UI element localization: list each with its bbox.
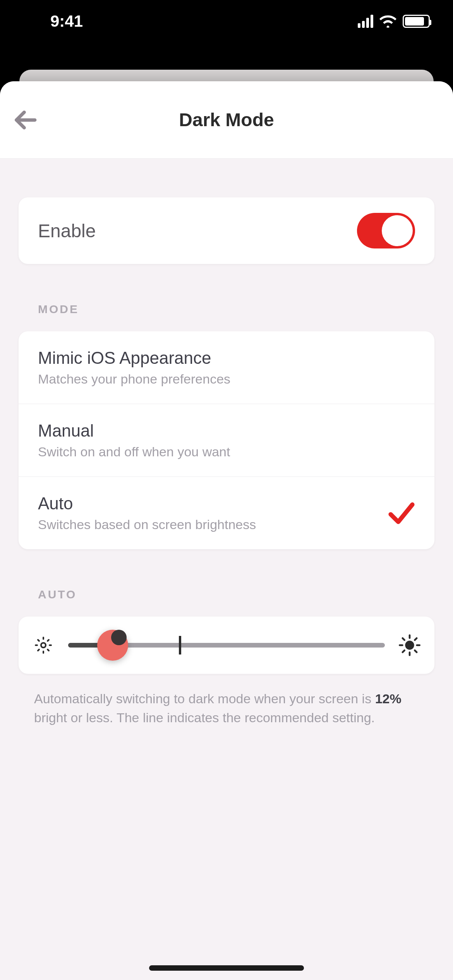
auto-help-text: Automatically switching to dark mode whe… — [34, 689, 419, 728]
svg-line-6 — [38, 640, 39, 641]
mode-subtitle: Switch on and off when you want — [38, 444, 230, 459]
svg-line-16 — [415, 650, 417, 652]
help-suffix: bright or less. The line indicates the r… — [34, 710, 375, 725]
status-bar: 9:41 — [0, 0, 453, 46]
svg-line-15 — [403, 638, 405, 640]
status-time: 9:41 — [23, 12, 83, 31]
enable-toggle[interactable] — [357, 213, 415, 248]
slider-tick — [179, 636, 181, 654]
mode-option-manual[interactable]: Manual Switch on and off when you want — [19, 404, 434, 476]
svg-line-8 — [38, 649, 39, 651]
svg-point-10 — [406, 642, 414, 649]
mode-option-auto[interactable]: Auto Switches based on screen brightness — [19, 476, 434, 549]
mode-title: Manual — [38, 421, 230, 440]
toggle-knob — [382, 215, 413, 246]
mode-subtitle: Matches your phone preferences — [38, 372, 230, 387]
auto-section-label: AUTO — [38, 588, 434, 601]
cellular-icon — [358, 15, 373, 28]
slider-thumb-dot — [111, 630, 127, 645]
mode-option-mimic[interactable]: Mimic iOS Appearance Matches your phone … — [19, 331, 434, 404]
help-prefix: Automatically switching to dark mode whe… — [34, 691, 375, 706]
battery-icon — [403, 15, 430, 28]
help-value: 12% — [375, 691, 402, 706]
status-icons — [358, 15, 430, 28]
svg-line-17 — [403, 650, 405, 652]
home-indicator[interactable] — [149, 965, 304, 971]
page-title: Dark Mode — [12, 109, 441, 130]
mode-subtitle: Switches based on screen brightness — [38, 517, 256, 532]
svg-point-1 — [41, 643, 46, 648]
mode-list: Mimic iOS Appearance Matches your phone … — [19, 331, 434, 549]
header: Dark Mode — [0, 81, 453, 159]
enable-row: Enable — [19, 197, 434, 264]
mode-title: Auto — [38, 494, 256, 513]
mode-title: Mimic iOS Appearance — [38, 348, 230, 368]
content: Enable MODE Mimic iOS Appearance Matches… — [0, 159, 453, 728]
svg-line-18 — [415, 638, 417, 640]
svg-line-7 — [48, 649, 49, 651]
brightness-slider-card — [19, 617, 434, 674]
sheet: Dark Mode Enable MODE Mimic iOS Appearan… — [0, 81, 453, 980]
brightness-low-icon — [33, 634, 54, 656]
svg-line-9 — [48, 640, 49, 641]
mode-section-label: MODE — [38, 303, 434, 316]
wifi-icon — [379, 15, 396, 28]
check-icon — [388, 502, 415, 524]
brightness-slider[interactable] — [68, 634, 385, 657]
brightness-high-icon — [399, 634, 420, 656]
slider-thumb[interactable] — [97, 630, 128, 661]
enable-label: Enable — [38, 220, 96, 242]
